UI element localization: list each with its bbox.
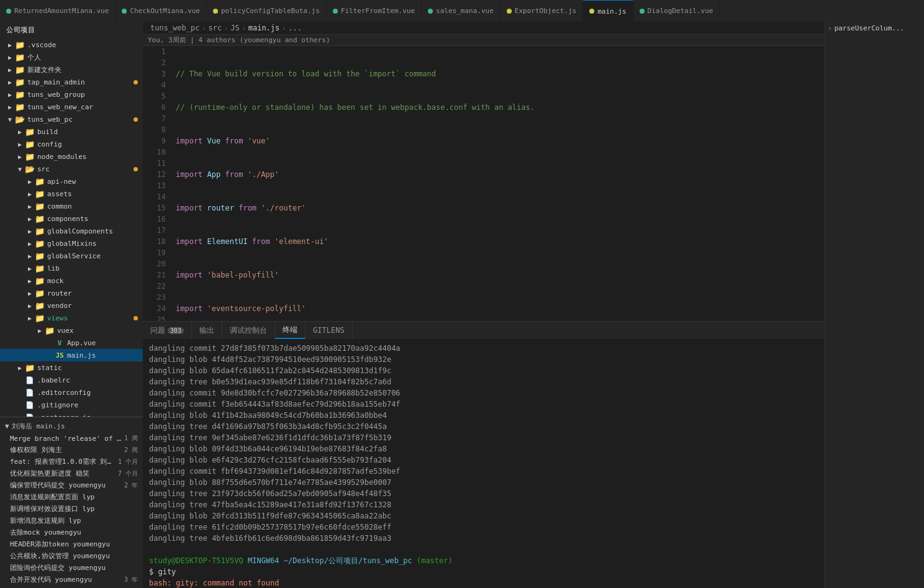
folder-icon: 📁 bbox=[35, 189, 45, 199]
chevron-right-icon: ▶ bbox=[25, 240, 35, 247]
sidebar-item-assets[interactable]: ▶ 📁 assets bbox=[0, 188, 143, 200]
term-user: study@DESKTOP-T51V5VQ bbox=[149, 556, 243, 565]
chevron-right-icon: ▶ bbox=[25, 191, 35, 197]
tab-returnedamount[interactable]: ReturnedAmountMiana.vue bbox=[0, 0, 116, 22]
tab-export[interactable]: ExportObject.js bbox=[500, 0, 583, 22]
code-line-6: import ElementUI from 'element-ui' bbox=[176, 236, 825, 247]
tab-dialog[interactable]: DialogDetail.vue bbox=[633, 0, 720, 22]
sidebar-item-postcssrc[interactable]: ▶ 📄 .postcssrc.js bbox=[0, 411, 143, 417]
chevron-right-icon: › bbox=[282, 25, 286, 32]
sidebar-item-build[interactable]: ▶ 📁 build bbox=[0, 125, 143, 138]
tab-label: main.js bbox=[597, 7, 626, 16]
git-commit-item[interactable]: HEADER添加token youmengyu bbox=[0, 538, 143, 550]
sidebar-item-xinjian[interactable]: ▶ 📁 新建文件夹 bbox=[0, 63, 143, 76]
sidebar-item-globalmixins[interactable]: ▶ 📁 globalMixins bbox=[0, 237, 143, 250]
chevron-right-icon: ▶ bbox=[25, 290, 35, 297]
hover-banner: You, 3周前 | 4 authors (youmengyu and othe… bbox=[143, 35, 825, 46]
folder-icon: 📁 bbox=[35, 214, 45, 224]
chevron-right-icon: ▶ bbox=[25, 302, 35, 309]
tab-output[interactable]: 输出 bbox=[192, 322, 222, 339]
chevron-right-icon: › bbox=[202, 25, 206, 32]
sidebar-item-geren[interactable]: ▶ 📁 个人 bbox=[0, 51, 143, 63]
sidebar-item-vscode[interactable]: ▶ 📁 .vscode bbox=[0, 38, 143, 51]
folder-icon: 📁 bbox=[35, 251, 45, 261]
sidebar-item-globalservice[interactable]: ▶ 📁 globalService bbox=[0, 250, 143, 262]
git-commit-item[interactable]: 新调维保对效设置接口 lyp bbox=[0, 503, 143, 515]
sidebar-item-config[interactable]: ▶ 📁 config bbox=[0, 138, 143, 150]
git-commit-item[interactable]: feat: 报表管理1.0.0需求 刘辉辉 1 个月 bbox=[0, 456, 143, 468]
term-branch: (master) bbox=[417, 556, 453, 565]
tab-problems[interactable]: 问题 303 bbox=[143, 322, 192, 339]
file-tree: ▶ 📁 .vscode ▶ 📁 个人 ▶ 📁 新建文件夹 ▶ bbox=[0, 38, 143, 417]
sidebar-item-tap[interactable]: ▶ 📁 tap_main_admin bbox=[0, 76, 143, 88]
git-commit-item[interactable]: Merge branch 'release' of http://192.168… bbox=[0, 433, 143, 444]
sidebar-item-gitignore[interactable]: ▶ 📄 .gitignore bbox=[0, 399, 143, 411]
sidebar-item-vuex[interactable]: ▶ 📁 vuex bbox=[0, 324, 143, 337]
sidebar-item-tuns[interactable]: ▼ 📂 tuns_web_pc bbox=[0, 113, 143, 125]
git-commit-item[interactable]: 去除mock youmengyu bbox=[0, 527, 143, 538]
modified-dot bbox=[134, 316, 138, 320]
js-file-icon: JS bbox=[55, 350, 65, 360]
git-commit-item[interactable]: 编保管理代码提交 youmengyu 2 年 bbox=[0, 479, 143, 491]
git-commit-item[interactable]: 合并开发代码 youmengyu 3 年 bbox=[0, 574, 143, 586]
tab-policy[interactable]: policyConfigTableButa.js bbox=[207, 0, 327, 22]
sidebar-item-newcar[interactable]: ▶ 📁 tuns_web_new_car bbox=[0, 101, 143, 113]
chevron-right-icon: › bbox=[242, 25, 246, 32]
git-commit-item[interactable]: 团险询价代码提交 youmengyu bbox=[0, 562, 143, 574]
git-commit-item[interactable]: 优化框架热更新进度 稳笑 7 个月 bbox=[0, 468, 143, 479]
code-editor[interactable]: 1 2 3 4 5 6 7 8 9 10 11 12 13 14 15 16 1 bbox=[143, 46, 825, 321]
term-shell: MINGW64 bbox=[248, 556, 279, 565]
sidebar-item-editorconfig[interactable]: ▶ 📄 .editorconfig bbox=[0, 386, 143, 399]
git-commit-item[interactable]: 修权权限 刘海主 2 周 bbox=[0, 444, 143, 456]
sidebar-item-babelrc[interactable]: ▶ 📄 .babelrc bbox=[0, 374, 143, 386]
sidebar-item-components[interactable]: ▶ 📁 components bbox=[0, 212, 143, 225]
folder-icon: 📁 bbox=[25, 127, 35, 137]
terminal-content[interactable]: dangling commit 27d8f385f073b7dae509985b… bbox=[143, 339, 825, 588]
tab-label: DialogDetail.vue bbox=[648, 7, 713, 15]
chevron-right-icon: ▶ bbox=[5, 91, 15, 98]
folder-icon: 📁 bbox=[35, 201, 45, 211]
tab-filter[interactable]: FilterFromItem.vue bbox=[327, 0, 422, 22]
term-line: dangling blob 09f4d33b6a044ce96194b19ebe… bbox=[149, 443, 818, 455]
sidebar-item-vendor[interactable]: ▶ 📁 vendor bbox=[0, 299, 143, 312]
folder-icon: 📁 bbox=[35, 288, 45, 298]
term-line: dangling tree d4f1696a97b875f063b3a4d8cf… bbox=[149, 421, 818, 432]
sidebar-item-mock[interactable]: ▶ 📁 mock bbox=[0, 274, 143, 287]
git-commit-item[interactable]: 消息发送规则配置页面 lyp bbox=[0, 491, 143, 503]
git-commit-item[interactable]: 公共模块,协议管理 youmengyu bbox=[0, 550, 143, 562]
sidebar-item-common[interactable]: ▶ 📁 common bbox=[0, 200, 143, 212]
tab-sales[interactable]: sales_mana.vue bbox=[422, 0, 500, 22]
tab-debug[interactable]: 调试控制台 bbox=[222, 322, 275, 339]
tab-label: 调试控制台 bbox=[230, 325, 267, 336]
sidebar-item-static[interactable]: ▶ 📁 static bbox=[0, 361, 143, 374]
folder-icon: 📁 bbox=[35, 313, 45, 323]
sidebar-item-main-js[interactable]: ▶ JS main.js bbox=[0, 349, 143, 361]
chevron-right-icon: ▶ bbox=[5, 79, 15, 86]
sidebar-item-group[interactable]: ▶ 📁 tuns_web_group bbox=[0, 88, 143, 101]
sidebar-item-apinew[interactable]: ▶ 📁 api-new bbox=[0, 175, 143, 188]
sidebar-item-globalcomponents[interactable]: ▶ 📁 globalComponents bbox=[0, 225, 143, 237]
sidebar-item-src[interactable]: ▼ 📂 src bbox=[0, 163, 143, 175]
tab-label: policyConfigTableButa.js bbox=[221, 7, 320, 15]
file-icon: 📄 bbox=[25, 387, 35, 397]
git-section-header[interactable]: ▼ 刘海岳 main.js bbox=[0, 420, 143, 433]
folder-icon: 📁 bbox=[35, 176, 45, 186]
git-commit-item[interactable]: 新增消息发送规则 lyp bbox=[0, 515, 143, 527]
chevron-right-icon: ▶ bbox=[35, 327, 45, 334]
sidebar-item-nodemodules[interactable]: ▶ 📁 node_modules bbox=[0, 150, 143, 163]
git-section: ▼ 刘海岳 main.js Merge branch 'release' of … bbox=[0, 417, 143, 588]
term-line: dangling blob 4f4d8f52ac7387994510eed930… bbox=[149, 354, 818, 365]
parse-user-column-label: parseUserColum... bbox=[835, 24, 905, 32]
file-icon: 📄 bbox=[25, 375, 35, 385]
sidebar-item-views[interactable]: ▶ 📁 views bbox=[0, 312, 143, 324]
term-line: dangling commit 27d8f385f073b7dae509985b… bbox=[149, 343, 818, 354]
term-prompt-line: study@DESKTOP-T51V5VQ MINGW64 ~/Desktop/… bbox=[149, 555, 818, 566]
code-line-1: // The Vue build version to load with th… bbox=[176, 68, 825, 79]
tab-terminal[interactable]: 终端 bbox=[275, 322, 306, 339]
tab-main[interactable]: main.js bbox=[583, 0, 633, 22]
tab-gitlens[interactable]: GITLENS bbox=[306, 322, 353, 339]
sidebar-item-app-vue[interactable]: ▶ V App.vue bbox=[0, 337, 143, 349]
sidebar-item-lib[interactable]: ▶ 📁 lib bbox=[0, 262, 143, 274]
sidebar-item-router[interactable]: ▶ 📁 router bbox=[0, 287, 143, 299]
tab-checkout[interactable]: CheckOutMiana.vue bbox=[116, 0, 207, 22]
